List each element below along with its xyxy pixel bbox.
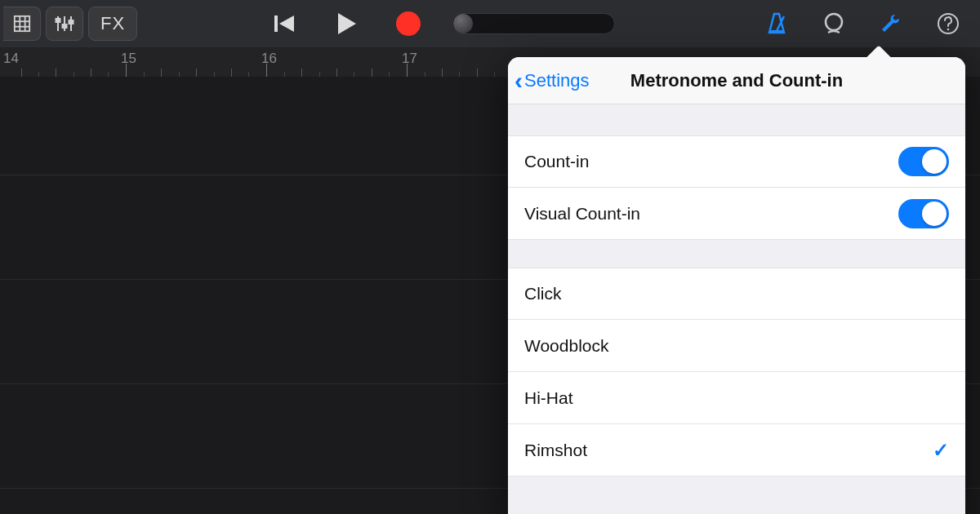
row-label: Woodblock	[524, 336, 609, 356]
bar-number: 15	[121, 51, 136, 67]
bar-number: 16	[261, 51, 277, 67]
row-label: Visual Count-in	[524, 204, 640, 224]
svg-point-18	[947, 29, 950, 31]
visual-count-in-toggle[interactable]	[898, 199, 949, 228]
count-in-row: Count-in	[508, 135, 965, 188]
toolbar-right	[763, 10, 972, 38]
back-button[interactable]: ‹ Settings	[508, 69, 590, 93]
sound-option-woodblock[interactable]: Woodblock	[508, 320, 965, 372]
help-button[interactable]	[934, 10, 962, 38]
chevron-left-icon: ‹	[514, 69, 523, 93]
position-slider[interactable]	[452, 13, 615, 34]
play-button[interactable]	[327, 5, 365, 42]
grid-icon	[13, 15, 31, 33]
slider-thumb	[453, 14, 473, 33]
popover-body: Count-in Visual Count-in Click Woodblock…	[508, 104, 965, 514]
count-in-toggle[interactable]	[898, 147, 949, 176]
svg-rect-11	[274, 16, 278, 32]
loop-icon	[822, 11, 846, 36]
svg-rect-0	[14, 16, 29, 31]
metronome-button[interactable]	[763, 10, 791, 38]
grid-view-button[interactable]	[3, 7, 41, 41]
fx-button[interactable]: FX	[88, 7, 137, 41]
top-toolbar: FX	[0, 0, 980, 47]
sliders-icon	[54, 14, 75, 33]
bar-number: 14	[3, 51, 19, 67]
row-label: Rimshot	[524, 441, 587, 460]
play-icon	[335, 11, 358, 36]
skip-back-icon	[272, 12, 296, 35]
visual-count-in-row: Visual Count-in	[508, 188, 965, 240]
record-button[interactable]	[390, 5, 427, 42]
sound-section: Click Woodblock Hi-Hat Rimshot ✓	[508, 268, 965, 476]
wrench-icon	[879, 11, 903, 36]
svg-point-16	[826, 14, 842, 30]
back-label: Settings	[524, 70, 590, 91]
fx-label: FX	[100, 13, 125, 34]
go-to-start-button[interactable]	[265, 5, 303, 42]
svg-marker-12	[279, 16, 294, 32]
mixer-button[interactable]	[46, 7, 83, 41]
count-in-section: Count-in Visual Count-in	[508, 135, 965, 240]
record-icon	[396, 11, 421, 36]
help-icon	[936, 11, 960, 36]
svg-marker-13	[338, 13, 356, 34]
checkmark-icon: ✓	[933, 439, 949, 462]
svg-rect-6	[56, 19, 60, 22]
popover-header: ‹ Settings Metronome and Count-in	[508, 57, 965, 104]
bar-number: 17	[402, 51, 417, 67]
svg-rect-10	[69, 20, 74, 24]
sound-option-rimshot[interactable]: Rimshot ✓	[508, 424, 965, 476]
svg-rect-8	[63, 24, 67, 28]
sound-option-click[interactable]: Click	[508, 268, 965, 320]
settings-button[interactable]	[877, 10, 905, 38]
metronome-icon	[764, 11, 789, 36]
row-label: Click	[524, 284, 562, 304]
transport-controls	[265, 5, 427, 42]
settings-popover: ‹ Settings Metronome and Count-in Count-…	[508, 57, 965, 514]
row-label: Count-in	[524, 152, 589, 171]
loop-button[interactable]	[820, 10, 848, 38]
sound-option-hihat[interactable]: Hi-Hat	[508, 372, 965, 424]
row-label: Hi-Hat	[524, 388, 573, 408]
